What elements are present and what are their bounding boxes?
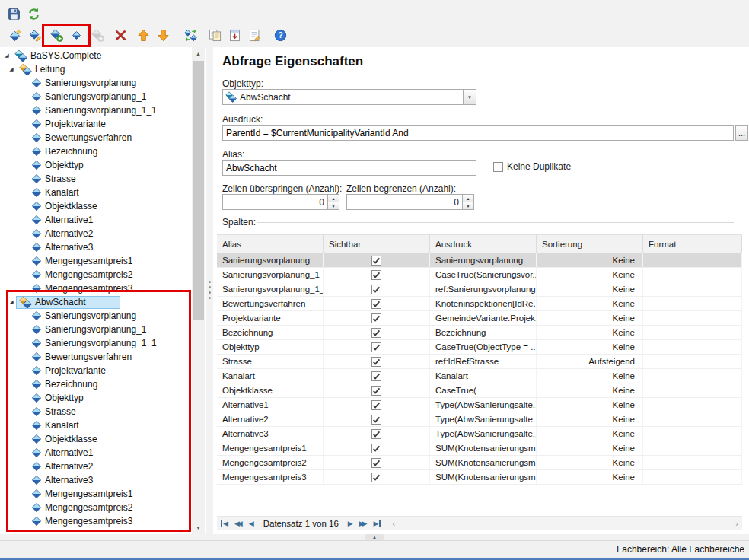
refresh-button[interactable] <box>24 5 43 24</box>
tree-leaf-item[interactable]: Objektklasse <box>0 432 192 446</box>
tree-leaf-item[interactable]: Sanierungsvorplanung_1 <box>0 323 192 336</box>
spin-down-button[interactable]: ▼ <box>463 202 473 209</box>
tree-expander-icon[interactable]: ◢ <box>7 299 16 305</box>
tree-leaf-item[interactable]: Kanalart <box>0 418 192 432</box>
objekttyp-combobox[interactable]: AbwSchacht ▼ <box>222 89 476 105</box>
grid-row[interactable]: ProjektvarianteGemeindeVariante.Projek..… <box>217 311 742 326</box>
grid-row[interactable]: Alternative3Type(AbwSanierungsalte...Kei… <box>217 427 742 441</box>
grid-row[interactable]: Mengengesamtpreis1SUM(Knotensanierungsm.… <box>217 441 742 456</box>
panel-splitter-handle[interactable] <box>208 281 212 299</box>
tree-leaf-item[interactable]: Strasse <box>0 172 192 186</box>
grid-row[interactable]: Mengengesamtpreis2SUM(Knotensanierungsm.… <box>217 456 742 470</box>
ausdruck-input[interactable] <box>223 126 733 140</box>
alias-field[interactable] <box>222 160 476 176</box>
grid-header-format[interactable]: Format <box>643 235 742 253</box>
checkbox-checked-icon[interactable] <box>371 313 381 323</box>
grid-cell-sichtbar[interactable] <box>324 311 430 325</box>
copy-button[interactable] <box>206 26 225 45</box>
tree-leaf-item[interactable]: Objekttyp <box>0 391 192 405</box>
tree-leaf-item[interactable]: Mengengesamtpreis2 <box>0 501 192 514</box>
scrollbar-up-icon[interactable]: ▲ <box>192 47 205 60</box>
edit-sql-button[interactable] <box>245 26 264 45</box>
grid-row[interactable]: Sanierungsvorplanung_1_1ref:Sanierungsvo… <box>217 282 742 297</box>
grid-cell-sichtbar[interactable] <box>324 412 430 426</box>
tree-leaf-item[interactable]: Mengengesamtpreis3 <box>0 514 192 528</box>
checkbox-checked-icon[interactable] <box>371 386 381 396</box>
tree-leaf-item[interactable]: Alternative1 <box>0 213 192 227</box>
swap-queries-button[interactable] <box>181 26 200 45</box>
grid-header-sortierung[interactable]: Sortierung <box>537 235 643 253</box>
hscroll-left-icon[interactable]: ‹ <box>392 519 395 528</box>
nav-next-page-button[interactable]: ▶▶ <box>356 517 371 530</box>
tree-leaf-item[interactable]: Mengengesamtpreis1 <box>0 254 192 268</box>
grid-header-ausdruck[interactable]: Ausdruck <box>430 235 537 253</box>
zeilen-begrenzen-spinner[interactable]: 0 ▲▼ <box>346 194 474 210</box>
tree-group-item[interactable]: ◢AbwSchacht <box>0 295 192 309</box>
tree-leaf-item[interactable]: Alternative1 <box>0 446 192 460</box>
save-button[interactable] <box>5 5 24 24</box>
checkbox-checked-icon[interactable] <box>371 270 381 280</box>
checkbox-checked-icon[interactable] <box>371 299 381 309</box>
delete-button[interactable] <box>111 26 130 45</box>
tree-leaf-item[interactable]: Mengengesamtpreis2 <box>0 268 192 282</box>
edit-query-button[interactable] <box>26 26 45 45</box>
tree-leaf-item[interactable]: Mengengesamtpreis3 <box>0 282 192 295</box>
tree-expander-icon[interactable]: ◢ <box>7 66 16 72</box>
tree-leaf-item[interactable]: Sanierungsvorplanung_1_1 <box>0 336 192 350</box>
grid-row[interactable]: Mengengesamtpreis3SUM(Knotensanierungsm.… <box>217 470 742 485</box>
move-up-button[interactable] <box>134 26 153 45</box>
grid-row[interactable]: Alternative2Type(AbwSanierungsalte...Kei… <box>217 412 742 427</box>
tree-leaf-item[interactable]: Objektklasse <box>0 199 192 213</box>
tree-leaf-item[interactable]: Sanierungsvorplanung_1 <box>0 90 192 103</box>
tree-leaf-item[interactable]: Mengengesamtpreis1 <box>0 487 192 501</box>
spinner-value[interactable]: 0 <box>347 197 462 208</box>
add-objecttype-button[interactable] <box>47 26 66 45</box>
grid-row[interactable]: SanierungsvorplanungSanierungsvorplanung… <box>217 253 742 268</box>
grid-header-alias[interactable]: Alias <box>217 235 324 253</box>
check-box-unchecked-icon[interactable] <box>493 162 503 172</box>
grid-cell-sichtbar[interactable] <box>324 297 430 310</box>
grid-row[interactable]: BezeichnungBezeichnungKeine <box>217 326 742 340</box>
grid-cell-sichtbar[interactable] <box>324 369 430 383</box>
grid-cell-sichtbar[interactable] <box>324 383 430 397</box>
tree-leaf-item[interactable]: Projektvariante <box>0 117 192 131</box>
add-property-button[interactable] <box>67 26 86 45</box>
checkbox-checked-icon[interactable] <box>371 400 381 410</box>
nav-last-button[interactable]: ▶ <box>371 517 385 530</box>
scrollbar-thumb[interactable] <box>193 61 204 320</box>
tree-leaf-item[interactable]: Bewertungsverfahren <box>0 350 192 364</box>
checkbox-checked-icon[interactable] <box>371 285 381 294</box>
hscroll-right-icon[interactable]: › <box>735 519 738 528</box>
grid-row[interactable]: BewertungsverfahrenKnoteninspektionen[Id… <box>217 297 742 311</box>
tree-leaf-item[interactable]: Bezeichnung <box>0 145 192 158</box>
alias-input[interactable] <box>223 161 476 175</box>
tree-leaf-item[interactable]: Sanierungsvorplanung <box>0 76 192 90</box>
grid-cell-sichtbar[interactable] <box>324 268 430 282</box>
grid-row[interactable]: KanalartKanalartKeine <box>217 369 742 383</box>
tree-scrollbar[interactable]: ▲ ▼ <box>192 47 205 534</box>
keine-duplikate-checkbox[interactable]: Keine Duplikate <box>493 161 571 172</box>
checkbox-checked-icon[interactable] <box>371 328 381 338</box>
checkbox-checked-icon[interactable] <box>371 371 381 381</box>
tree-leaf-item[interactable]: Alternative3 <box>0 240 192 254</box>
checkbox-checked-icon[interactable] <box>371 458 381 468</box>
tree-leaf-item[interactable]: Bezeichnung <box>0 377 192 391</box>
tree-group-item[interactable]: ◢Leitung <box>0 62 192 76</box>
spin-up-button[interactable]: ▲ <box>328 195 339 202</box>
tree-leaf-item[interactable]: Objekttyp <box>0 158 192 172</box>
grid-row[interactable]: Strasseref:IdRefStrasseAufsteigend <box>217 355 742 369</box>
grid-row[interactable]: ObjektklasseCaseTrue(Keine <box>217 383 742 398</box>
grid-cell-sichtbar[interactable] <box>324 355 430 368</box>
tree-leaf-item[interactable]: Alternative2 <box>0 460 192 473</box>
help-button[interactable]: ? <box>271 26 290 45</box>
checkbox-checked-icon[interactable] <box>371 357 381 367</box>
nav-prev-button[interactable]: ◀ <box>246 517 257 530</box>
checkbox-checked-icon[interactable] <box>371 415 381 425</box>
tree-leaf-item[interactable]: Projektvariante <box>0 364 192 377</box>
nav-first-button[interactable]: ◀ <box>217 517 231 530</box>
move-down-button[interactable] <box>154 26 173 45</box>
tree-leaf-item[interactable]: Bewertungsverfahren <box>0 131 192 145</box>
tree-leaf-item[interactable]: Alternative2 <box>0 227 192 240</box>
add-expression-button[interactable] <box>88 26 107 45</box>
grid-cell-sichtbar[interactable] <box>324 326 430 339</box>
